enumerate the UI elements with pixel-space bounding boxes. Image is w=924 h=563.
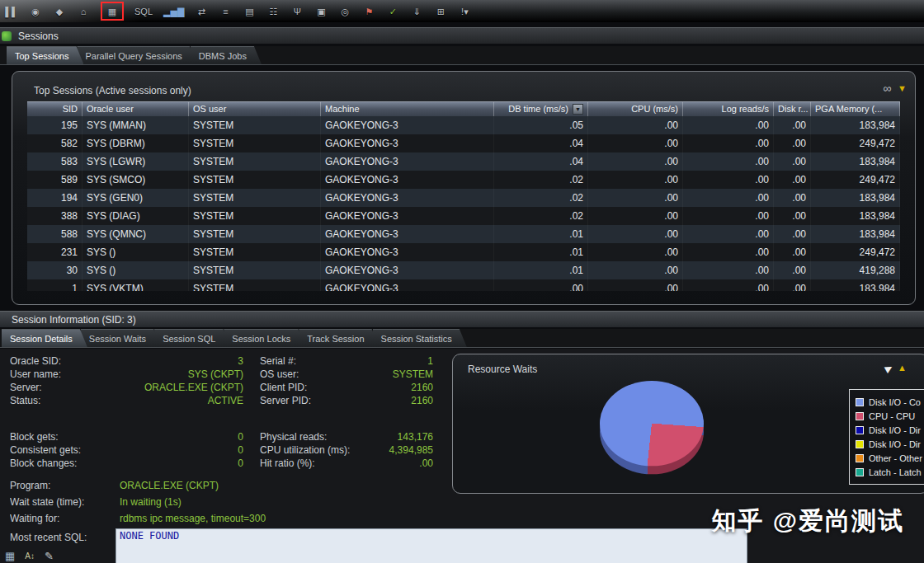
tab-parallel-query-sessions[interactable]: Parallel Query Sessions xyxy=(77,46,196,64)
grid-icon[interactable]: ▦ xyxy=(5,550,15,562)
power-icon[interactable]: ◉ xyxy=(29,3,42,20)
legend-label: Other - Other xyxy=(869,453,922,463)
archive-icon[interactable]: ▣ xyxy=(314,3,328,20)
table-body: 195 SYS (MMAN) SYSTEM GAOKEYONG-3 .05 .0… xyxy=(27,116,900,291)
legend-label: Disk I/O - Co xyxy=(869,397,921,407)
cell-cpu: .00 xyxy=(588,207,683,225)
globe-icon[interactable]: ◎ xyxy=(338,3,351,20)
program-label: Wait state (time): xyxy=(10,494,120,510)
cell-machine: GAOKEYONG-3 xyxy=(321,152,494,171)
detail-row: User name: SYS (CKPT) OS user: SYSTEM xyxy=(0,368,450,381)
table-row[interactable]: 388 SYS (DIAG) SYSTEM GAOKEYONG-3 .02 .0… xyxy=(27,207,900,225)
chart-icon[interactable]: ▂▅▇ xyxy=(163,3,184,20)
binoculars-icon[interactable]: ∞ xyxy=(883,82,891,95)
tab-top-sessions[interactable]: Top Sessions xyxy=(7,46,83,64)
table-row[interactable]: 30 SYS () SYSTEM GAOKEYONG-3 .01 .00 .00… xyxy=(27,261,900,279)
legend-label: Disk I/O - Dir xyxy=(869,439,921,449)
stats-value: 4,394,985 xyxy=(371,443,433,457)
cell-sid: 388 xyxy=(27,207,82,225)
cell-pga-memory: 419,288 xyxy=(811,261,900,279)
detail-value: ORACLE.EXE (CKPT) xyxy=(111,381,243,394)
equalizer-icon[interactable]: ≡ xyxy=(219,3,232,20)
launch-icon[interactable]: ◆ xyxy=(53,3,66,20)
watermark: 知乎 @爱尚测试 xyxy=(711,504,904,538)
edit-icon[interactable]: ✎ xyxy=(45,550,54,562)
cell-pga-memory: 249,472 xyxy=(811,134,900,152)
details-toolbar: ▦ A↕ ✎ xyxy=(5,550,54,562)
program-row: Program: ORACLE.EXE (CKPT) xyxy=(0,477,450,494)
program-block: Program: ORACLE.EXE (CKPT) Wait state (t… xyxy=(0,477,450,527)
database-icon[interactable]: ☷ xyxy=(266,3,280,20)
table-row[interactable]: 231 SYS () SYSTEM GAOKEYONG-3 .01 .00 .0… xyxy=(27,243,900,261)
detail-label: User name: xyxy=(10,368,111,381)
column-header-pga-memory[interactable]: PGA Memory (... xyxy=(811,101,900,116)
session-info-title: Session Information (SID: 3) xyxy=(12,314,136,326)
column-header-os-user[interactable]: OS user xyxy=(189,101,321,116)
cell-os-user: SYSTEM xyxy=(189,279,321,291)
column-header-oracle-user[interactable]: Oracle user xyxy=(82,101,189,116)
filter-icon[interactable]: ▼ xyxy=(898,83,907,93)
stats-label: Hit ratio (%): xyxy=(260,457,371,470)
detail-value: 1 xyxy=(371,354,433,368)
cursor-icon[interactable]: ▶ xyxy=(883,362,894,374)
sql-icon[interactable]: SQL xyxy=(134,3,153,20)
cell-db-time: .05 xyxy=(494,116,588,134)
cell-log-reads: .00 xyxy=(683,152,774,171)
tab-session-details[interactable]: Session Details xyxy=(2,329,87,347)
flag-icon[interactable]: ⚑ xyxy=(362,3,375,20)
table-row[interactable]: 195 SYS (MMAN) SYSTEM GAOKEYONG-3 .05 .0… xyxy=(27,116,900,134)
legend-item: Disk I/O - Dir xyxy=(856,437,924,451)
pyramid-icon[interactable]: ▲ xyxy=(898,363,907,373)
pause-icon[interactable]: ▌▌ xyxy=(5,3,18,20)
cell-pga-memory: 183,984 xyxy=(811,279,900,291)
sort-az-icon[interactable]: A↕ xyxy=(25,551,35,561)
verify-icon[interactable]: ✓ xyxy=(386,3,399,20)
home-icon[interactable]: ⌂ xyxy=(77,3,90,20)
cell-db-time: .02 xyxy=(494,171,588,189)
legend-item: Disk I/O - Co xyxy=(856,395,924,409)
cell-pga-memory: 249,472 xyxy=(811,171,900,189)
tab-dbms-jobs[interactable]: DBMS Jobs xyxy=(191,46,262,64)
session-identity-block: Oracle SID: 3 Serial #: 1 User name: SYS… xyxy=(0,354,450,407)
tab-session-locks[interactable]: Session Locks xyxy=(224,329,305,347)
detail-value: ACTIVE xyxy=(111,394,243,407)
cell-log-reads: .00 xyxy=(683,261,774,279)
cell-log-reads: .00 xyxy=(683,243,774,261)
sort-indicator-icon[interactable]: ▼ xyxy=(573,104,583,115)
detail-label: Server: xyxy=(10,381,111,394)
column-header-disk-reads[interactable]: Disk r... xyxy=(774,101,811,116)
tab-session-waits[interactable]: Session Waits xyxy=(81,329,161,347)
user-icon[interactable]: Ψ xyxy=(290,3,304,20)
column-header-cpu[interactable]: CPU (ms/s) xyxy=(588,101,683,116)
column-header-log-reads[interactable]: Log reads/s xyxy=(683,101,774,116)
table-row[interactable]: 1 SYS (VKTM) SYSTEM GAOKEYONG-3 .00 .00 … xyxy=(27,279,900,291)
detail-row: Status: ACTIVE Server PID: 2160 xyxy=(0,394,450,407)
table-row[interactable]: 588 SYS (QMNC) SYSTEM GAOKEYONG-3 .01 .0… xyxy=(27,225,900,243)
cell-cpu: .00 xyxy=(588,225,683,243)
column-header-sid[interactable]: SID xyxy=(27,101,82,116)
tab-track-session[interactable]: Track Session xyxy=(299,329,379,347)
detail-label: Client PID: xyxy=(260,381,371,394)
cell-oracle-user: SYS (LGWR) xyxy=(82,152,189,171)
compare-icon[interactable]: ⇄ xyxy=(195,3,208,20)
table-row[interactable]: 194 SYS (GEN0) SYSTEM GAOKEYONG-3 .02 .0… xyxy=(27,189,900,207)
cell-cpu: .00 xyxy=(588,243,683,261)
export-icon[interactable]: ⇓ xyxy=(410,3,423,20)
column-header-db-time[interactable]: DB time (ms/s) ▼ xyxy=(494,101,588,116)
tab-session-statistics[interactable]: Session Statistics xyxy=(373,329,467,347)
cell-cpu: .00 xyxy=(588,171,683,189)
sessions-icon[interactable]: ▦ xyxy=(106,3,119,20)
list-icon[interactable]: ▤ xyxy=(243,3,256,20)
most-recent-sql-viewer[interactable]: NONE FOUND xyxy=(116,528,747,563)
tab-session-sql[interactable]: Session SQL xyxy=(154,329,230,347)
table-icon[interactable]: ⊞ xyxy=(434,3,447,20)
column-header-machine[interactable]: Machine xyxy=(321,101,494,116)
alert-icon[interactable]: !▾ xyxy=(458,3,471,20)
cell-machine: GAOKEYONG-3 xyxy=(321,207,494,225)
table-row[interactable]: 582 SYS (DBRM) SYSTEM GAOKEYONG-3 .04 .0… xyxy=(27,134,900,152)
stats-label: Physical reads: xyxy=(260,430,371,443)
table-row[interactable]: 589 SYS (SMCO) SYSTEM GAOKEYONG-3 .02 .0… xyxy=(27,171,900,189)
session-info-tabbar: Session Details Session Waits Session SQ… xyxy=(0,329,924,348)
table-row[interactable]: 583 SYS (LGWR) SYSTEM GAOKEYONG-3 .04 .0… xyxy=(27,152,900,171)
cell-cpu: .00 xyxy=(588,134,683,152)
